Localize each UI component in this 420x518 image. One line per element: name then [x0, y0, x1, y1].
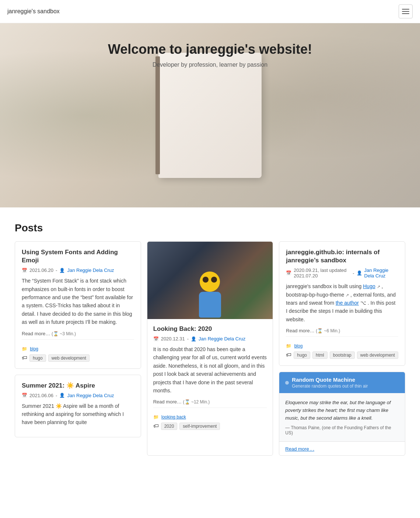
post-middle-footer: Read more… (⌛ ~12 Min.)	[153, 398, 267, 405]
post-1-date: 2021.06.20	[29, 267, 53, 273]
folder-icon-middle: 📁	[153, 414, 159, 420]
post-middle-title[interactable]: Looking Back: 2020	[153, 325, 267, 333]
hamburger-button[interactable]	[399, 4, 413, 18]
post-1-title[interactable]: Using System Fonts and Adding Emoji	[22, 248, 134, 265]
post-1-categories: 📁 blog	[22, 346, 134, 351]
author-icon-1: 👤	[59, 268, 65, 273]
tag-icon-1: 🏷	[22, 354, 27, 362]
calendar-icon-2: 📅	[22, 393, 27, 398]
rqm-subtitle: Generate random quotes out of thin air	[292, 384, 368, 389]
post-middle-date: 2020.12.31	[161, 336, 185, 342]
post-middle-sep: -	[187, 336, 189, 342]
post-1-category-blog[interactable]: blog	[30, 346, 38, 351]
posts-heading: Posts	[15, 222, 405, 234]
external-icon-bootstrap: ↗	[346, 293, 349, 297]
post-right-date: 2020.09.21, last updated 2021.07.20	[294, 267, 350, 279]
folder-icon-right: 📁	[286, 343, 291, 349]
github-icon: ⌥	[360, 300, 366, 306]
post-right-tag-3[interactable]: bootstrap	[330, 351, 355, 359]
post-2-date: 2021.06.06	[29, 393, 53, 398]
post-right-title[interactable]: janreggie.github.io: internals of janreg…	[286, 248, 398, 265]
hamburger-line-1	[402, 9, 409, 10]
hero-subtitle: Developer by profession, learner by pass…	[153, 62, 267, 68]
hero-section: Welcome to janreggie's website! Develope…	[0, 23, 420, 207]
post-right-sep: -	[353, 270, 354, 276]
post-middle-tags: 🏷 2020 self-improvement	[153, 423, 267, 430]
hamburger-line-3	[402, 13, 409, 14]
post-1-meta: 📅 2021.06.20 - 👤 Jan Reggie Dela Cruz	[22, 267, 134, 273]
tag-icon-middle: 🏷	[153, 423, 159, 430]
post-right-taxonomy: 📁 blog 🏷 hugo html bootstrap web develop…	[286, 336, 398, 359]
post-card-2: Summer 2021: ☀️ Aspire 📅 2021.06.06 - 👤 …	[15, 375, 141, 437]
post-middle-image	[147, 242, 273, 319]
hugo-link[interactable]: Hugo	[363, 283, 375, 289]
posts-section: Posts Using System Fonts and Adding Emoj…	[7, 207, 413, 463]
the-author-link[interactable]: the author	[336, 300, 359, 306]
post-right-tag-1[interactable]: hugo	[294, 351, 310, 359]
author-icon-2: 👤	[59, 393, 65, 398]
post-1-date-sep: -	[56, 267, 57, 273]
post-right-tag-4[interactable]: web development	[357, 351, 398, 359]
post-middle-tag-2[interactable]: self-improvement	[179, 423, 220, 430]
rqm-footer: Read more . .	[279, 441, 405, 455]
hamburger-line-2	[402, 11, 409, 12]
post-1-tag-webdev[interactable]: web development	[48, 354, 90, 362]
post-middle-read-time: (⌛ ~12 Min.)	[183, 399, 210, 405]
post-right-categories: 📁 blog	[286, 343, 398, 349]
rqm-card: Random Quote Machine Generate random quo…	[279, 372, 405, 455]
posts-col-right: janreggie.github.io: internals of janreg…	[279, 241, 405, 456]
post-card-1: Using System Fonts and Adding Emoji 📅 20…	[15, 241, 141, 369]
post-middle-tag-1[interactable]: 2020	[161, 423, 178, 430]
post-1-author-link[interactable]: Jan Reggie Dela Cruz	[67, 267, 114, 273]
post-1-read-more[interactable]: Read more… (⌛ ~3 Min.)	[22, 331, 76, 336]
rqm-title: Random Quote Machine	[292, 377, 368, 383]
post-card-right: janreggie.github.io: internals of janreg…	[279, 241, 405, 366]
rqm-header: Random Quote Machine Generate random quo…	[279, 372, 405, 393]
post-2-meta: 📅 2021.06.06 - 👤 Jan Reggie Dela Cruz	[22, 393, 134, 398]
rqm-header-text: Random Quote Machine Generate random quo…	[292, 377, 368, 389]
post-middle-read-more[interactable]: Read more… (⌛ ~12 Min.)	[153, 399, 210, 405]
post-1-taxonomy: 📁 blog 🏷 hugo web development	[22, 339, 134, 362]
post-right-excerpt-1: janreggie's sandbox is built using	[286, 283, 361, 289]
calendar-icon-1: 📅	[22, 268, 27, 273]
post-middle-author[interactable]: Jan Reggie Dela Cruz	[199, 336, 245, 342]
tag-icon-right: 🏷	[286, 351, 291, 359]
post-right-tags: 🏷 hugo html bootstrap web development	[286, 351, 398, 359]
author-icon-middle: 👤	[191, 336, 196, 342]
calendar-icon-middle: 📅	[153, 336, 159, 342]
hero-decoration-notebook	[158, 53, 262, 178]
author-icon-right: 👤	[357, 270, 362, 276]
post-middle-body: Looking Back: 2020 📅 2020.12.31 - 👤 Jan …	[147, 319, 273, 436]
post-1-excerpt: The “System Font Stack” is a font stack …	[22, 277, 134, 326]
folder-icon-1: 📁	[22, 346, 27, 351]
post-card-middle: Looking Back: 2020 📅 2020.12.31 - 👤 Jan …	[147, 241, 273, 456]
post-middle-taxonomy: 📁 looking back 🏷 2020 self-improvement	[153, 407, 267, 430]
external-icon-hugo: ↗	[377, 284, 380, 289]
post-middle-meta: 📅 2020.12.31 - 👤 Jan Reggie Dela Cruz	[153, 336, 267, 342]
post-middle-categories: 📁 looking back	[153, 414, 267, 420]
rqm-quote-text: Eloquence may strike the ear, but the la…	[285, 399, 399, 422]
posts-col-left: Using System Fonts and Adding Emoji 📅 20…	[15, 241, 141, 456]
rqm-body: Eloquence may strike the ear, but the la…	[279, 393, 405, 441]
rqm-read-more[interactable]: Read more . .	[285, 446, 314, 452]
post-right-author[interactable]: Jan Reggie Dela Cruz	[364, 267, 398, 279]
site-header: janreggie's sandbox	[0, 0, 420, 23]
post-2-date-sep: -	[56, 393, 57, 398]
calendar-icon-right: 📅	[286, 270, 291, 276]
post-2-title[interactable]: Summer 2021: ☀️ Aspire	[22, 382, 134, 390]
rqm-author-text: — Thomas Paine, (one of the Founding Fat…	[285, 425, 399, 435]
post-right-tag-2[interactable]: html	[312, 351, 328, 359]
site-title-link[interactable]: janreggie's sandbox	[7, 8, 60, 15]
post-right-excerpt: janreggie's sandbox is built using Hugo …	[286, 282, 398, 323]
post-2-author-link[interactable]: Jan Reggie Dela Cruz	[67, 393, 114, 398]
post-right-body: janreggie.github.io: internals of janreg…	[279, 242, 405, 365]
post-middle-category[interactable]: looking back	[161, 414, 186, 420]
posts-grid: Using System Fonts and Adding Emoji 📅 20…	[15, 241, 405, 456]
post-right-category[interactable]: blog	[294, 343, 303, 349]
post-1-footer: Read more… (⌛ ~3 Min.)	[22, 330, 134, 336]
post-right-read-more[interactable]: Read more… (⌛ ~6 Min.)	[286, 328, 340, 333]
post-1-tags: 🏷 hugo web development	[22, 354, 134, 362]
hero-title: Welcome to janreggie's website!	[108, 42, 312, 57]
post-1-tag-hugo[interactable]: hugo	[29, 354, 46, 362]
post-middle-excerpt: It is no doubt that 2020 has been quite …	[153, 345, 267, 395]
